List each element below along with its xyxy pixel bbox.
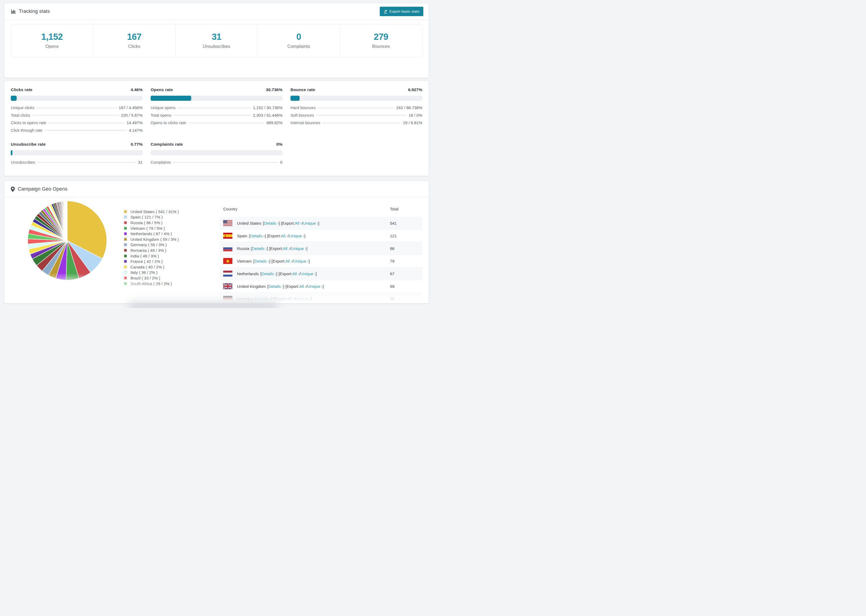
- stat-label: Hard bounces: [290, 105, 315, 110]
- legend-swatch: [124, 243, 127, 247]
- export-all-link[interactable]: All ›: [283, 246, 290, 251]
- unsubscribe-rate-progress-bar: [11, 150, 143, 156]
- legend-item-brazil[interactable]: Brazil ( 33 / 2% ): [124, 275, 213, 281]
- dotted-leader: [316, 115, 406, 116]
- legend-item-germany[interactable]: Germany ( 55 / 3% ): [124, 242, 213, 248]
- export-all-link[interactable]: All ›: [295, 221, 302, 225]
- clicks-rate-block: Clicks rate4.46%Unique clicks167 / 4.456…: [11, 87, 143, 135]
- export-button-label: Export basic stats: [389, 9, 420, 13]
- stat-row: Opens to clicks rate689.82%: [151, 120, 282, 128]
- legend-item-france[interactable]: France ( 42 / 2% ): [124, 259, 213, 264]
- bracket-export-label: ] [Export:: [279, 221, 295, 225]
- country-cell: United Kingdom[Details ›] [Export: All ›…: [223, 283, 390, 289]
- export-unique-link[interactable]: Unique ›: [291, 246, 306, 251]
- legend-swatch: [124, 271, 127, 274]
- legend-item-vietnam[interactable]: Vietnam ( 79 / 5% ): [124, 225, 213, 231]
- dotted-leader: [45, 130, 127, 130]
- country-cell: Spain[Details ›] [Export: All › / Unique…: [223, 233, 390, 239]
- legend-item-canada[interactable]: Canada ( 40 / 2% ): [124, 264, 213, 270]
- stat-label: Opens to clicks rate: [151, 120, 186, 125]
- legend-swatch: [124, 226, 127, 230]
- export-unique-link[interactable]: Unique ›: [303, 221, 318, 225]
- country-name: United States: [237, 221, 261, 225]
- details-link[interactable]: Details ›: [256, 297, 271, 301]
- details-link[interactable]: Details ›: [264, 221, 279, 225]
- summary-box-unsubscribes: 31Unsubscribes: [176, 24, 258, 57]
- stat-row: Hard bounces242 / 86.738%: [290, 105, 422, 113]
- bracket: ]: [323, 284, 324, 289]
- complaints-rate-title: Complaints rate: [151, 142, 183, 147]
- unsubscribe-rate-progress-fill: [11, 150, 13, 156]
- unsubscribe-rate-value: 0.77%: [131, 142, 143, 147]
- export-all-link[interactable]: All ›: [285, 259, 292, 263]
- stat-row: Unique opens1,152 / 30.736%: [151, 105, 282, 113]
- bracket-export-label: ] [Export:: [271, 297, 287, 301]
- export-unique-link[interactable]: Unique ›: [289, 234, 304, 238]
- clicks-rate-head: Clicks rate4.46%: [11, 87, 143, 92]
- legend-item-united-states[interactable]: United States ( 541 / 31% ): [124, 209, 213, 214]
- country-cell: Russia[Details ›] [Export: All › / Uniqu…: [223, 245, 390, 251]
- legend-item-russia[interactable]: Russia ( 86 / 5% ): [124, 220, 213, 225]
- tracking-stats-page: { "colors": { "accent_teal": "#15869c", …: [0, 0, 433, 308]
- geo-pie-legend: United States ( 541 / 31% )Spain ( 121 /…: [124, 199, 213, 303]
- details-link[interactable]: Details ›: [254, 259, 269, 263]
- clicks-rate-title: Clicks rate: [11, 87, 33, 92]
- bracket-export-label: ] [Export:: [265, 234, 281, 238]
- legend-label: Germany ( 55 / 3% ): [131, 242, 167, 247]
- legend-label: India ( 46 / 3% ): [131, 254, 159, 258]
- legend-label: Brazil ( 33 / 2% ): [131, 276, 160, 280]
- bracket: ]: [304, 234, 305, 238]
- bar-chart-icon: [11, 9, 16, 14]
- stat-label: Clicks to opens rate: [11, 120, 46, 125]
- export-unique-link[interactable]: Unique ›: [307, 284, 323, 289]
- details-link[interactable]: Details ›: [250, 234, 265, 238]
- details-link[interactable]: Details ›: [261, 272, 276, 276]
- export-unique-link[interactable]: Unique ›: [293, 259, 309, 263]
- geo-table-header: Country Total: [219, 203, 422, 217]
- export-all-link[interactable]: All ›: [299, 284, 306, 289]
- legend-item-netherlands[interactable]: Netherlands ( 67 / 4% ): [124, 231, 213, 237]
- bracket-export-label: ] [Export:: [269, 259, 285, 263]
- table-row-us: United States[Details ›] [Export: All › …: [219, 217, 422, 229]
- export-icon: [384, 10, 387, 13]
- unsubscribe-rate-head: Unsubscribe rate0.77%: [11, 142, 143, 147]
- bounce-rate-value: 6.927%: [408, 87, 422, 92]
- legend-item-romania[interactable]: Romania ( 49 / 3% ): [124, 248, 213, 253]
- summary-value: 31: [176, 32, 258, 42]
- page-bottom-shadow: [129, 302, 277, 308]
- bracket: ]: [309, 259, 310, 263]
- stat-row: Unique clicks167 / 4.456%: [11, 105, 143, 113]
- export-all-link[interactable]: All ›: [287, 297, 294, 301]
- export-all-link[interactable]: All ›: [281, 234, 288, 238]
- legend-label: France ( 42 / 2% ): [131, 259, 163, 264]
- total-cell: 67: [390, 272, 422, 276]
- legend-item-spain[interactable]: Spain ( 121 / 7% ): [124, 214, 213, 220]
- details-link[interactable]: Details ›: [268, 284, 283, 289]
- legend-label: South Africa ( 29 / 2% ): [131, 281, 172, 286]
- details-link[interactable]: Details ›: [252, 246, 267, 251]
- summary-box-opens: 1,152Opens: [11, 24, 93, 57]
- bracket-export-label: ] [Export:: [276, 272, 292, 276]
- dotted-leader: [38, 162, 135, 163]
- export-unique-link[interactable]: Unique ›: [301, 272, 316, 276]
- country-cell: Vietnam[Details ›] [Export: All › / Uniq…: [223, 258, 390, 264]
- export-unique-link[interactable]: Unique ›: [295, 297, 311, 301]
- export-all-link[interactable]: All ›: [292, 272, 299, 276]
- legend-item-south-africa[interactable]: South Africa ( 29 / 2% ): [124, 281, 213, 286]
- dotted-leader: [318, 107, 394, 108]
- export-basic-stats-button[interactable]: Export basic stats: [380, 7, 423, 16]
- stat-value: 220 / 5.87%: [121, 113, 143, 118]
- unsubscribe-rate-block: Unsubscribe rate0.77%Unsubscribes31: [11, 142, 143, 167]
- legend-item-india[interactable]: India ( 46 / 3% ): [124, 253, 213, 259]
- opens-rate-value: 30.736%: [266, 87, 282, 92]
- legend-item-united-kingdom[interactable]: United Kingdom ( 59 / 3% ): [124, 237, 213, 242]
- legend-swatch: [124, 254, 127, 258]
- dotted-leader: [173, 162, 278, 163]
- rates-grid: Clicks rate4.46%Unique clicks167 / 4.456…: [11, 87, 422, 167]
- flag-icon-de: [223, 296, 232, 302]
- bracket-export-label: ] [Export:: [267, 246, 283, 251]
- dotted-leader: [174, 115, 251, 116]
- table-row-nl: Netherlands[Details ›] [Export: All › / …: [219, 267, 422, 280]
- legend-item-italy[interactable]: Italy ( 36 / 2% ): [124, 270, 213, 275]
- country-cell: United States[Details ›] [Export: All › …: [223, 220, 390, 226]
